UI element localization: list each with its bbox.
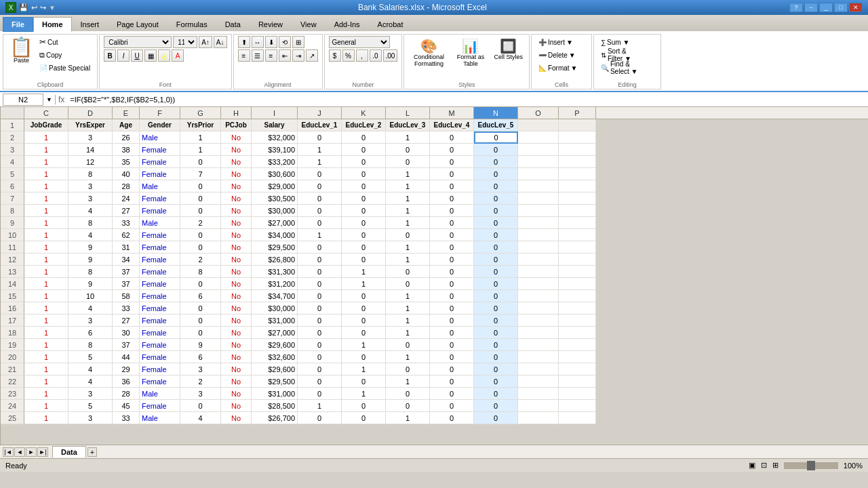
cell-col13-row12[interactable]: [559, 253, 596, 266]
cell-col0-row18[interactable]: 1: [24, 327, 68, 339]
cell-col8-row15[interactable]: 0: [342, 290, 386, 302]
cell-col12-row7[interactable]: [518, 192, 559, 205]
cell-col10-row5[interactable]: 0: [430, 168, 474, 180]
cell-col11-row25[interactable]: 0: [474, 412, 518, 424]
cell-col3-row24[interactable]: Female: [140, 400, 180, 412]
comma-btn[interactable]: ,: [356, 49, 368, 62]
cell-col13-row18[interactable]: [559, 327, 596, 339]
cell-C1[interactable]: JobGrade: [24, 119, 68, 131]
cell-col9-row4[interactable]: 0: [386, 156, 430, 168]
grow-font-btn[interactable]: A↑: [199, 36, 212, 48]
minimize-btn[interactable]: _: [819, 3, 833, 12]
cell-styles-btn[interactable]: 🔲 Cell Styles: [492, 36, 525, 63]
cell-col5-row9[interactable]: No: [221, 217, 252, 229]
cell-reference-box[interactable]: [3, 94, 43, 106]
cell-col0-row8[interactable]: 1: [24, 205, 68, 217]
cell-col0-row9[interactable]: 1: [24, 217, 68, 229]
cell-col4-row16[interactable]: 0: [180, 302, 221, 314]
cell-col1-row22[interactable]: 4: [68, 375, 113, 388]
cell-col9-row19[interactable]: 0: [386, 339, 430, 351]
cell-col3-row2[interactable]: Male: [140, 131, 180, 144]
col-header-J[interactable]: J: [298, 107, 342, 119]
redo-btn[interactable]: ↪: [40, 3, 46, 12]
cell-col0-row2[interactable]: 1: [24, 131, 68, 144]
cell-col11-row9[interactable]: 0: [474, 217, 518, 229]
percent-btn[interactable]: %: [342, 49, 355, 62]
view-break-btn[interactable]: ⊞: [772, 461, 778, 470]
cell-col7-row23[interactable]: 0: [298, 388, 342, 400]
cell-col6-row20[interactable]: $32,600: [252, 351, 298, 363]
cell-col5-row10[interactable]: No: [221, 229, 252, 241]
maximize-btn[interactable]: □: [834, 3, 848, 12]
cell-col13-row10[interactable]: [559, 229, 596, 241]
cell-col5-row17[interactable]: No: [221, 314, 252, 327]
cell-col11-row20[interactable]: 0: [474, 351, 518, 363]
cell-col0-row24[interactable]: 1: [24, 400, 68, 412]
cell-col11-row24[interactable]: 0: [474, 400, 518, 412]
cell-col9-row7[interactable]: 1: [386, 192, 430, 205]
cell-col0-row20[interactable]: 1: [24, 351, 68, 363]
cell-col7-row15[interactable]: 0: [298, 290, 342, 302]
cell-col5-row16[interactable]: No: [221, 302, 252, 314]
cell-col3-row18[interactable]: Female: [140, 327, 180, 339]
cell-col7-row5[interactable]: 0: [298, 168, 342, 180]
row-num-4[interactable]: 4: [1, 156, 24, 168]
cell-col6-row21[interactable]: $29,600: [252, 363, 298, 375]
row-num-9[interactable]: 9: [1, 217, 24, 229]
cell-col4-row23[interactable]: 3: [180, 388, 221, 400]
cell-col6-row3[interactable]: $39,100: [252, 144, 298, 156]
cell-D1[interactable]: YrsExper: [68, 119, 113, 131]
bold-btn[interactable]: B: [104, 49, 116, 62]
row-num-13[interactable]: 13: [1, 266, 24, 278]
cell-col12-row16[interactable]: [518, 302, 559, 314]
cell-col0-row11[interactable]: 1: [24, 241, 68, 253]
cell-col3-row9[interactable]: Male: [140, 217, 180, 229]
cell-col7-row13[interactable]: 0: [298, 266, 342, 278]
insert-btn[interactable]: ➕ Insert ▼: [536, 36, 576, 48]
cell-col2-row12[interactable]: 34: [113, 253, 140, 266]
cell-col9-row3[interactable]: 0: [386, 144, 430, 156]
cell-col3-row12[interactable]: Female: [140, 253, 180, 266]
cell-col8-row19[interactable]: 1: [342, 339, 386, 351]
cell-col0-row3[interactable]: 1: [24, 144, 68, 156]
cell-col3-row19[interactable]: Female: [140, 339, 180, 351]
cell-col2-row15[interactable]: 58: [113, 290, 140, 302]
cell-col10-row3[interactable]: 0: [430, 144, 474, 156]
cell-col12-row11[interactable]: [518, 241, 559, 253]
sheet-next-btn[interactable]: ►: [26, 447, 37, 457]
cell-col7-row10[interactable]: 1: [298, 229, 342, 241]
cell-col5-row8[interactable]: No: [221, 205, 252, 217]
cell-col13-row11[interactable]: [559, 241, 596, 253]
cell-col4-row12[interactable]: 2: [180, 253, 221, 266]
cell-col12-row10[interactable]: [518, 229, 559, 241]
cell-col13-row13[interactable]: [559, 266, 596, 278]
cell-col11-row19[interactable]: 0: [474, 339, 518, 351]
cell-col7-row12[interactable]: 0: [298, 253, 342, 266]
cell-col7-row3[interactable]: 1: [298, 144, 342, 156]
cell-col10-row20[interactable]: 0: [430, 351, 474, 363]
cell-col4-row13[interactable]: 8: [180, 266, 221, 278]
col-header-E[interactable]: E: [113, 107, 140, 119]
cell-col7-row22[interactable]: 0: [298, 375, 342, 388]
cell-col4-row6[interactable]: 0: [180, 180, 221, 192]
sheet-prev-btn[interactable]: ◄: [14, 447, 25, 457]
cell-col5-row2[interactable]: No: [221, 131, 252, 144]
cell-col4-row18[interactable]: 0: [180, 327, 221, 339]
cell-col5-row7[interactable]: No: [221, 192, 252, 205]
cell-col2-row10[interactable]: 62: [113, 229, 140, 241]
underline-btn[interactable]: U: [131, 49, 143, 62]
cell-col6-row12[interactable]: $26,800: [252, 253, 298, 266]
cell-col10-row2[interactable]: 0: [430, 131, 474, 144]
cell-col3-row15[interactable]: Female: [140, 290, 180, 302]
cell-col1-row20[interactable]: 5: [68, 351, 113, 363]
cell-col3-row10[interactable]: Female: [140, 229, 180, 241]
cell-col10-row22[interactable]: 0: [430, 375, 474, 388]
row-num-22[interactable]: 22: [1, 375, 24, 388]
cell-col10-row18[interactable]: 0: [430, 327, 474, 339]
copy-btn[interactable]: ⧉ Copy: [37, 49, 93, 61]
cell-col0-row13[interactable]: 1: [24, 266, 68, 278]
decrease-indent-btn[interactable]: ⇤: [279, 49, 291, 62]
cell-col12-row6[interactable]: [518, 180, 559, 192]
cell-col12-row8[interactable]: [518, 205, 559, 217]
cell-col10-row11[interactable]: 0: [430, 241, 474, 253]
